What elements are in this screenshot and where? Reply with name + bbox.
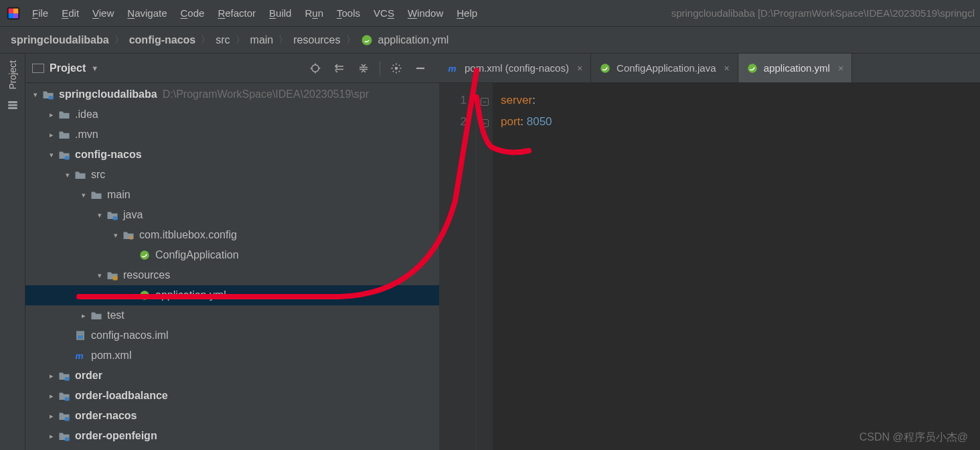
menu-tools[interactable]: Tools	[337, 7, 360, 19]
folder-icon	[58, 108, 71, 121]
tab-label: application.yml	[764, 62, 830, 74]
svg-rect-8	[8, 107, 17, 109]
tab-label: ConfigApplication.java	[617, 62, 716, 74]
left-tool-gutter: Project	[0, 54, 25, 450]
collapse-all-icon[interactable]	[355, 60, 372, 76]
line-number: 1	[439, 90, 467, 111]
gear-icon[interactable]	[388, 60, 404, 76]
tree-row[interactable]: ▾resources	[25, 265, 439, 285]
menu-code[interactable]: Code	[181, 7, 205, 19]
breadcrumb-module[interactable]: config-nacos	[129, 34, 196, 46]
tree-row[interactable]: ▸.idea	[25, 104, 439, 125]
chevron-right-icon[interactable]: ▸	[46, 110, 58, 119]
chevron-right-icon: 〉	[114, 34, 124, 46]
chevron-right-icon[interactable]: ▸	[46, 392, 58, 400]
chevron-down-icon[interactable]: ▾	[94, 271, 106, 280]
chevron-down-icon[interactable]: ▾	[29, 90, 42, 99]
tree-row[interactable]: ▾config-nacos	[25, 145, 439, 165]
hide-icon[interactable]	[412, 60, 428, 76]
tree-row[interactable]: •application.yml	[25, 285, 439, 305]
svg-rect-3	[9, 13, 13, 18]
tree-row[interactable]: ▾com.itbluebox.config	[25, 225, 439, 245]
folder-blue-icon	[58, 370, 71, 382]
editor-body[interactable]: 12 −− server: port: 8050	[439, 83, 980, 450]
folder-blue-icon	[58, 149, 71, 161]
tree-row[interactable]: ▸.mvn	[25, 125, 439, 145]
expand-all-icon[interactable]	[331, 60, 347, 76]
breadcrumb-resources[interactable]: resources	[293, 34, 340, 46]
chevron-right-icon[interactable]: ▸	[46, 131, 58, 139]
tree-row[interactable]: ▸order-loadbalance	[25, 386, 439, 406]
chevron-down-icon[interactable]: ▾	[110, 231, 122, 240]
close-icon[interactable]: ×	[724, 63, 730, 74]
tree-label: ConfigApplication	[155, 249, 239, 261]
svg-rect-26	[65, 377, 70, 380]
chevron-right-icon[interactable]: ▸	[78, 311, 90, 320]
project-tool-button[interactable]: Project	[7, 60, 18, 90]
menu-navigate[interactable]: Navigate	[127, 7, 167, 19]
chevron-right-icon: 〉	[236, 34, 245, 46]
menu-build[interactable]: Build	[269, 7, 291, 19]
svg-point-9	[312, 64, 319, 72]
svg-rect-29	[65, 437, 70, 441]
code-line[interactable]: port: 8050	[501, 111, 980, 133]
chevron-down-icon[interactable]: ▾	[78, 191, 90, 200]
spring-icon	[746, 62, 758, 74]
tree-row[interactable]: ▾java	[25, 205, 439, 225]
breadcrumb-file[interactable]: application.yml	[378, 34, 449, 46]
tree-row[interactable]: ▸order-nacos	[25, 406, 439, 426]
editor-tab[interactable]: application.yml×	[738, 54, 852, 82]
close-icon[interactable]: ×	[838, 63, 843, 74]
svg-rect-21	[113, 277, 118, 281]
close-icon[interactable]: ×	[577, 63, 582, 74]
menu-file[interactable]: File	[32, 7, 48, 19]
fold-mark[interactable]: −	[477, 111, 493, 133]
tree-label: java	[123, 209, 143, 221]
chevron-right-icon[interactable]: ▸	[46, 412, 58, 421]
line-number: 2	[439, 111, 467, 133]
chevron-down-icon[interactable]: ▾	[62, 171, 74, 179]
app-icon	[5, 5, 21, 21]
svg-text:m: m	[448, 63, 457, 73]
chevron-down-icon[interactable]: ▼	[91, 64, 98, 72]
tree-row[interactable]: ▾src	[25, 165, 439, 185]
tree-row[interactable]: •ConfigApplication	[25, 245, 439, 265]
menu-refactor[interactable]: Refactor	[218, 7, 256, 19]
tree-row[interactable]: •mpom.xml	[25, 346, 439, 366]
menu-help[interactable]: Help	[457, 7, 477, 19]
chevron-down-icon[interactable]: ▾	[94, 211, 106, 220]
menu-run[interactable]: Run	[305, 7, 323, 19]
editor-tab[interactable]: mpom.xml (config-nacos)×	[439, 54, 591, 82]
menu-view[interactable]: View	[92, 7, 114, 19]
menu-vcs[interactable]: VCS	[374, 7, 394, 19]
structure-icon[interactable]	[7, 99, 19, 111]
tree-label: config-nacos.iml	[91, 329, 169, 342]
locate-icon[interactable]	[307, 60, 323, 76]
tree-row[interactable]: ▸test	[25, 305, 439, 325]
chevron-down-icon[interactable]: ▾	[46, 151, 58, 159]
project-panel-title[interactable]: Project	[50, 62, 86, 74]
chevron-right-icon[interactable]: ▸	[46, 432, 58, 441]
tree-row[interactable]: ▸order-openfeign	[25, 426, 439, 446]
menu-window[interactable]: Window	[408, 7, 443, 19]
breadcrumb-main[interactable]: main	[250, 34, 274, 46]
spring-icon	[138, 249, 151, 261]
breadcrumb-root[interactable]: springcloudalibaba	[11, 34, 109, 46]
tree-label: order	[75, 370, 102, 382]
folder-icon	[74, 169, 87, 181]
folder-blue-icon	[58, 390, 71, 402]
tree-row[interactable]: ▸order	[25, 366, 439, 386]
svg-rect-18	[113, 216, 118, 220]
fold-mark[interactable]: −	[477, 90, 493, 111]
tree-row[interactable]: •config-nacos.iml	[25, 325, 439, 346]
chevron-right-icon[interactable]: ▸	[46, 372, 58, 380]
tree-row[interactable]: ▾springcloudalibabaD:\ProgramWorkSpace\I…	[25, 84, 439, 104]
tree-row[interactable]: ▾main	[25, 185, 439, 205]
menu-edit[interactable]: Edit	[62, 7, 79, 19]
editor-tab[interactable]: ConfigApplication.java×	[591, 54, 738, 82]
breadcrumb-src[interactable]: src	[216, 34, 230, 46]
svg-rect-27	[65, 397, 70, 400]
code-line[interactable]: server:	[501, 90, 980, 111]
code-area[interactable]: server: port: 8050	[493, 83, 980, 450]
project-tree[interactable]: ▾springcloudalibabaD:\ProgramWorkSpace\I…	[25, 83, 439, 450]
